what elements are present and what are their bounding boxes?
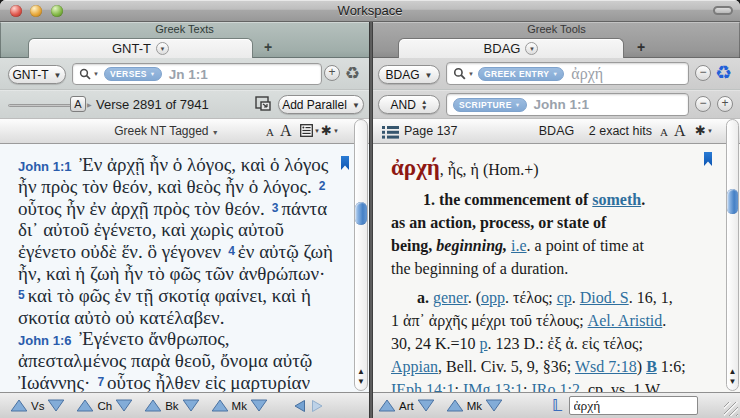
display-settings-button[interactable]: ▼ bbox=[300, 124, 320, 137]
link[interactable]: IRo 1:2 bbox=[531, 381, 579, 392]
tab-menu-button[interactable]: ▼ bbox=[156, 42, 169, 55]
lexicon-pane[interactable]: ἀρχή, ἧς, ἡ (Hom.+)1. the commencement o… bbox=[373, 144, 740, 392]
right-scrollbar-thumb[interactable] bbox=[727, 189, 738, 214]
remove-search-row-button[interactable]: − bbox=[695, 96, 711, 112]
link[interactable]: gener bbox=[433, 289, 468, 306]
right-scrollbar[interactable]: ▲▼ bbox=[725, 118, 740, 392]
zone-title: Greek Texts bbox=[0, 23, 369, 38]
resize-grip[interactable] bbox=[724, 402, 738, 416]
chevron-down-icon: ▼ bbox=[352, 100, 360, 110]
nav-next-mk-button[interactable] bbox=[485, 399, 503, 412]
decrease-font-button[interactable]: A bbox=[660, 126, 668, 138]
search-scope-label: GREEK ENTRY bbox=[484, 69, 549, 79]
greek-tools-zone: Greek Tools BDAG ▼ + BDAG▼ ▼ GREEK ENTRY… bbox=[373, 22, 740, 418]
add-search-row-button[interactable]: + bbox=[324, 65, 340, 81]
link[interactable]: p bbox=[480, 335, 488, 352]
nav-previous-bk-button[interactable] bbox=[144, 399, 162, 412]
nav-forward-icon[interactable] bbox=[311, 399, 324, 413]
tab-bdag[interactable]: BDAG ▼ bbox=[398, 38, 624, 58]
link[interactable]: i.e bbox=[511, 237, 527, 254]
left-scrollbar-track[interactable]: ▲▼ bbox=[354, 119, 368, 391]
toolbar-toggle-button[interactable] bbox=[713, 6, 733, 15]
new-tab-button[interactable]: + bbox=[626, 38, 656, 58]
link[interactable]: Diod. S bbox=[580, 289, 629, 306]
link[interactable]: IEph 14:1 bbox=[391, 381, 455, 392]
nav-next-art-button[interactable] bbox=[417, 399, 435, 412]
recycle-icon: ♻ bbox=[345, 64, 360, 83]
nav-previous-art-button[interactable] bbox=[378, 399, 396, 412]
scroll-down-icon[interactable]: ▼ bbox=[729, 377, 737, 386]
body-text: . τέλος; bbox=[505, 289, 557, 306]
text-size-slider[interactable] bbox=[8, 104, 72, 107]
search-icon[interactable]: ▼ bbox=[453, 67, 474, 81]
nav-next-vs-button[interactable] bbox=[47, 399, 65, 412]
link[interactable]: IMg 13:1 bbox=[463, 381, 523, 392]
update-search-icon[interactable]: ♻ bbox=[345, 65, 360, 82]
nav-next-bk-button[interactable] bbox=[182, 399, 200, 412]
new-tab-button[interactable]: + bbox=[253, 38, 283, 58]
increase-font-button[interactable]: A bbox=[674, 122, 686, 140]
link[interactable]: someth bbox=[592, 191, 641, 208]
right-scrollbar-arrows[interactable]: ▲▼ bbox=[727, 367, 738, 387]
scroll-down-icon[interactable]: ▼ bbox=[357, 377, 365, 386]
nav-previous-vs-button[interactable] bbox=[10, 399, 28, 412]
nav-back-icon[interactable] bbox=[293, 399, 306, 413]
remove-search-row-button[interactable]: − bbox=[695, 65, 711, 81]
operator-select-button[interactable]: AND ▲▼ bbox=[378, 95, 440, 114]
scripture-entry-text[interactable]: John 1:1 bbox=[534, 97, 590, 112]
scroll-up-icon[interactable]: ▲ bbox=[729, 367, 737, 376]
plus-icon: + bbox=[721, 96, 728, 110]
add-parallel-button[interactable]: Add Parallel▼ bbox=[278, 95, 364, 114]
search-scope-pill[interactable]: VERSES▼ bbox=[104, 67, 162, 81]
module-select-button[interactable]: BDAG▼ bbox=[378, 65, 440, 84]
nav-previous-mk-button[interactable] bbox=[446, 399, 464, 412]
decrease-font-button[interactable]: A bbox=[266, 126, 274, 138]
increase-font-button[interactable]: A bbox=[280, 122, 292, 140]
lookup-input[interactable] bbox=[569, 396, 698, 415]
search-icon[interactable]: ▼ bbox=[79, 68, 99, 81]
actions-menu-button[interactable]: ✱ ▼ bbox=[321, 124, 339, 138]
article-nav-groups: ArtMk bbox=[378, 399, 514, 412]
recycle-icon: ♻ bbox=[715, 62, 732, 83]
link[interactable]: opp bbox=[481, 289, 505, 306]
search-scope-pill[interactable]: GREEK ENTRY▼ bbox=[478, 67, 564, 81]
tab-gnt-t[interactable]: GNT-T ▼ bbox=[28, 38, 253, 58]
update-search-icon[interactable]: ♻ bbox=[715, 64, 732, 81]
link[interactable]: cp bbox=[557, 289, 572, 306]
nav-next-ch-button[interactable] bbox=[115, 399, 133, 412]
text-line: John 1:1Ἐν ἀρχῇ ἦν ὁ λόγος, καὶ ὁ λόγος bbox=[18, 154, 367, 176]
nav-previous-mk-button[interactable] bbox=[211, 399, 229, 412]
text-line: ἀπεσταλμένος παρὰ θεοῦ, ὄνομα αὐτῷ bbox=[18, 350, 367, 372]
scripture-scope-pill[interactable]: SCRIPTURE▼ bbox=[453, 98, 527, 112]
module-select-button[interactable]: GNT-T▼ bbox=[8, 65, 66, 84]
greek-entry-search-field[interactable]: ▼ GREEK ENTRY▼ ἀρχή bbox=[446, 62, 689, 85]
nav-next-mk-button[interactable] bbox=[250, 399, 268, 412]
actions-menu-button[interactable]: ✱ ▼ bbox=[695, 124, 713, 138]
nav-previous-ch-button[interactable] bbox=[76, 399, 94, 412]
left-scrollbar-thumb[interactable] bbox=[355, 202, 367, 225]
details-window-icon[interactable] bbox=[255, 96, 272, 116]
left-scrollbar-arrows[interactable]: ▲▼ bbox=[355, 367, 367, 387]
link[interactable]: Wsd 7:18 bbox=[575, 358, 637, 375]
link[interactable]: Appian bbox=[391, 358, 438, 375]
left-scrollbar[interactable]: ▲▼ bbox=[353, 118, 369, 392]
body-text: , Bell. Civ. 5, 9, §36; bbox=[438, 358, 575, 375]
greek-text-pane[interactable]: John 1:1Ἐν ἀρχῇ ἦν ὁ λόγος, καὶ ὁ λόγοςἦ… bbox=[0, 144, 369, 392]
link[interactable]: B bbox=[646, 358, 657, 375]
bold-text: 1. the commencement of bbox=[423, 191, 592, 208]
text-line: a. gener. (opp. τέλος; cp. Diod. S. 16, … bbox=[391, 286, 738, 309]
scripture-range-field[interactable]: SCRIPTURE▼ John 1:1 bbox=[446, 93, 689, 116]
zone-divider[interactable] bbox=[369, 22, 373, 418]
chevron-down-icon: ▼ bbox=[552, 71, 558, 77]
link[interactable]: Ael. Aristid bbox=[588, 312, 663, 329]
text-size-slider-thumb[interactable]: A bbox=[70, 96, 86, 112]
down-arrow-icon: ▼ bbox=[421, 105, 427, 111]
add-search-row-button[interactable]: + bbox=[717, 96, 733, 112]
scroll-up-icon[interactable]: ▲ bbox=[357, 367, 365, 376]
right-scrollbar-track[interactable]: ▲▼ bbox=[726, 119, 739, 391]
search-entry-text[interactable]: Jn 1:1 bbox=[169, 67, 208, 82]
search-entry-text[interactable]: ἀρχή bbox=[571, 65, 603, 83]
tab-menu-button[interactable]: ▼ bbox=[525, 42, 538, 55]
verse-search-field[interactable]: ▼ VERSES▼ Jn 1:1 bbox=[72, 63, 322, 85]
greek-text: ἦν, καὶ ἡ ζωὴ ἦν τὸ φῶς τῶν ἀνθρώπων· bbox=[18, 263, 325, 284]
